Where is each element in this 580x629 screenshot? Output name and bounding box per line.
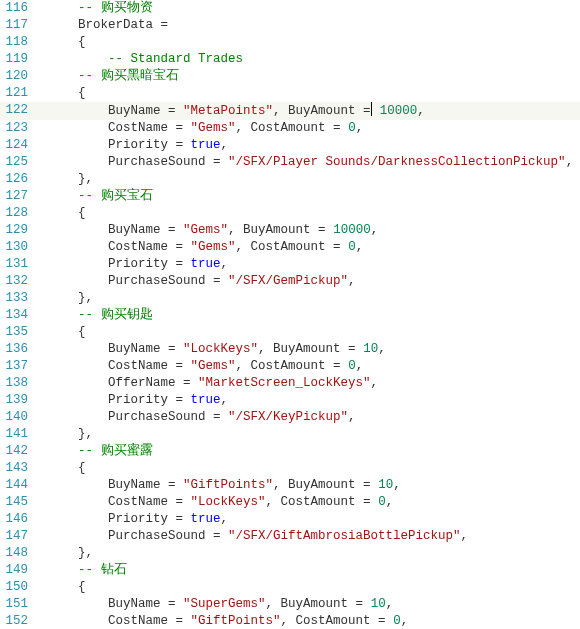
code-content: PurchaseSound = "/SFX/KeyPickup", — [42, 409, 580, 426]
line-number: 119 — [0, 51, 42, 68]
code-content: -- 购买钥匙 — [42, 307, 580, 324]
code-line: 121 { — [0, 85, 580, 102]
code-line: 143 { — [0, 460, 580, 477]
line-number: 116 — [0, 0, 42, 17]
comment: -- 购买宝石 — [78, 189, 153, 203]
line-number: 125 — [0, 154, 42, 171]
line-number: 132 — [0, 273, 42, 290]
line-number: 136 — [0, 341, 42, 358]
line-number: 149 — [0, 562, 42, 579]
line-number: 122 — [0, 102, 42, 119]
line-number: 137 — [0, 358, 42, 375]
code-content: }, — [42, 545, 580, 562]
code-line: 130 CostName = "Gems", CostAmount = 0, — [0, 239, 580, 256]
code-content: { — [42, 579, 580, 596]
code-content: CostName = "Gems", CostAmount = 0, — [42, 358, 580, 375]
code-line: 144 BuyName = "GiftPoints", BuyAmount = … — [0, 477, 580, 494]
code-content: Priority = true, — [42, 392, 580, 409]
code-content: -- 购买蜜露 — [42, 443, 580, 460]
code-content: { — [42, 34, 580, 51]
comment: -- 购买蜜露 — [78, 444, 153, 458]
code-content: { — [42, 324, 580, 341]
code-line: 136 BuyName = "LockKeys", BuyAmount = 10… — [0, 341, 580, 358]
code-editor[interactable]: 116 -- 购买物资 117 BrokerData = 118 { 119 -… — [0, 0, 580, 629]
code-content: CostName = "LockKeys", CostAmount = 0, — [42, 494, 580, 511]
line-number: 134 — [0, 307, 42, 324]
line-number: 128 — [0, 205, 42, 222]
code-content: PurchaseSound = "/SFX/Player Sounds/Dark… — [42, 154, 580, 171]
line-number: 131 — [0, 256, 42, 273]
line-number: 147 — [0, 528, 42, 545]
code-content: PurchaseSound = "/SFX/GiftAmbrosiaBottle… — [42, 528, 580, 545]
code-line: 120 -- 购买黑暗宝石 — [0, 68, 580, 85]
code-line: 126 }, — [0, 171, 580, 188]
code-line: 141 }, — [0, 426, 580, 443]
code-line: 149 -- 钻石 — [0, 562, 580, 579]
line-number: 150 — [0, 579, 42, 596]
code-content: CostName = "Gems", CostAmount = 0, — [42, 120, 580, 137]
line-number: 117 — [0, 17, 42, 34]
line-number: 145 — [0, 494, 42, 511]
code-line: 124 Priority = true, — [0, 137, 580, 154]
code-line: 116 -- 购买物资 — [0, 0, 580, 17]
code-content: { — [42, 205, 580, 222]
code-content: BuyName = "GiftPoints", BuyAmount = 10, — [42, 477, 580, 494]
code-content: -- 购买黑暗宝石 — [42, 68, 580, 85]
line-number: 120 — [0, 68, 42, 85]
comment: -- 购买黑暗宝石 — [78, 69, 179, 83]
code-content: }, — [42, 171, 580, 188]
text-cursor-icon — [371, 102, 372, 116]
code-content: Priority = true, — [42, 511, 580, 528]
code-line: 129 BuyName = "Gems", BuyAmount = 10000, — [0, 222, 580, 239]
code-content: }, — [42, 290, 580, 307]
code-line: 127 -- 购买宝石 — [0, 188, 580, 205]
code-content: CostName = "GiftPoints", CostAmount = 0, — [42, 613, 580, 629]
line-number: 151 — [0, 596, 42, 613]
line-number: 130 — [0, 239, 42, 256]
code-content: CostName = "Gems", CostAmount = 0, — [42, 239, 580, 256]
comment: -- Standard Trades — [108, 52, 243, 66]
line-number: 121 — [0, 85, 42, 102]
code-line: 140 PurchaseSound = "/SFX/KeyPickup", — [0, 409, 580, 426]
code-line: 147 PurchaseSound = "/SFX/GiftAmbrosiaBo… — [0, 528, 580, 545]
code-line: 133 }, — [0, 290, 580, 307]
code-line: 137 CostName = "Gems", CostAmount = 0, — [0, 358, 580, 375]
line-number: 141 — [0, 426, 42, 443]
code-content: BrokerData = — [42, 17, 580, 34]
code-line: 134 -- 购买钥匙 — [0, 307, 580, 324]
code-line: 131 Priority = true, — [0, 256, 580, 273]
code-line-active: 122 BuyName = "MetaPoints", BuyAmount = … — [0, 102, 580, 120]
code-content: BuyName = "Gems", BuyAmount = 10000, — [42, 222, 580, 239]
comment: -- 购买钥匙 — [78, 308, 153, 322]
comment: -- 钻石 — [78, 563, 127, 577]
line-number: 146 — [0, 511, 42, 528]
code-line: 145 CostName = "LockKeys", CostAmount = … — [0, 494, 580, 511]
code-line: 152 CostName = "GiftPoints", CostAmount … — [0, 613, 580, 629]
code-line: 125 PurchaseSound = "/SFX/Player Sounds/… — [0, 154, 580, 171]
code-line: 118 { — [0, 34, 580, 51]
line-number: 123 — [0, 120, 42, 137]
code-line: 135 { — [0, 324, 580, 341]
line-number: 140 — [0, 409, 42, 426]
code-content: Priority = true, — [42, 137, 580, 154]
code-line: 146 Priority = true, — [0, 511, 580, 528]
code-line: 148 }, — [0, 545, 580, 562]
code-content: BuyName = "MetaPoints", BuyAmount = 1000… — [42, 102, 580, 120]
code-content: -- 购买宝石 — [42, 188, 580, 205]
code-line: 119 -- Standard Trades — [0, 51, 580, 68]
line-number: 143 — [0, 460, 42, 477]
line-number: 124 — [0, 137, 42, 154]
code-line: 128 { — [0, 205, 580, 222]
line-number: 142 — [0, 443, 42, 460]
code-content: }, — [42, 426, 580, 443]
line-number: 133 — [0, 290, 42, 307]
code-content: PurchaseSound = "/SFX/GemPickup", — [42, 273, 580, 290]
code-content: BuyName = "SuperGems", BuyAmount = 10, — [42, 596, 580, 613]
code-content: { — [42, 460, 580, 477]
code-content: Priority = true, — [42, 256, 580, 273]
line-number: 129 — [0, 222, 42, 239]
line-number: 138 — [0, 375, 42, 392]
code-line: 117 BrokerData = — [0, 17, 580, 34]
code-content: -- Standard Trades — [42, 51, 580, 68]
line-number: 118 — [0, 34, 42, 51]
